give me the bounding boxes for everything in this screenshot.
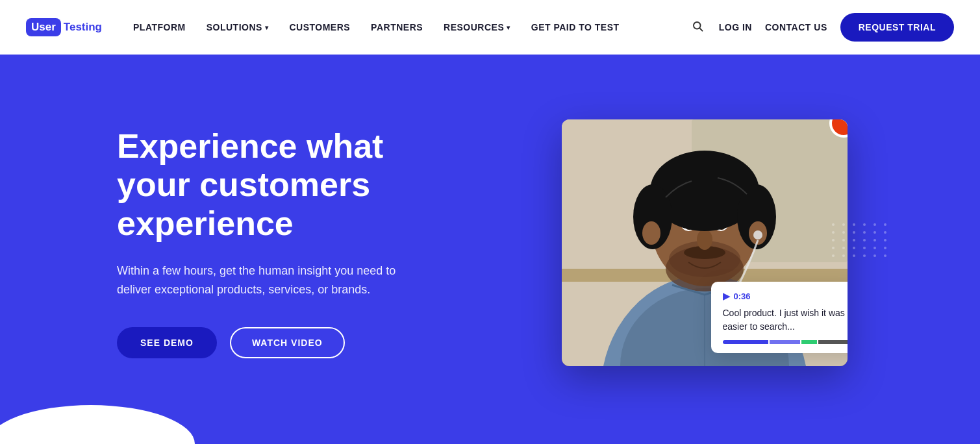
nav-link-get-paid[interactable]: GET PAID TO TEST [531,22,620,32]
hero-subtitle: Within a few hours, get the human insigh… [117,262,403,299]
feedback-text: Cool product. I just wish it was easier … [723,306,848,334]
chevron-down-icon: ▾ [265,24,269,31]
svg-point-20 [642,221,660,245]
login-link[interactable]: LOG IN [719,22,752,32]
hero-image-area: ▶ 0:36 Cool product. I just wish it was … [481,119,928,366]
watch-video-button[interactable]: WATCH VIDEO [230,327,345,358]
chevron-down-icon-resources: ▾ [507,24,510,31]
hero-title: Experience what your customers experienc… [117,127,455,243]
bar-segment-3 [801,340,817,344]
svg-point-12 [697,229,712,250]
navbar: User Testing PLATFORM SOLUTIONS ▾ CUSTOM… [0,0,980,55]
see-demo-button[interactable]: SEE DEMO [117,327,217,358]
feedback-progress-bar [723,340,848,344]
logo-testing-text: Testing [64,21,102,34]
nav-link-customers[interactable]: CUSTOMERS [289,22,350,32]
bar-segment-1 [723,340,769,344]
search-button[interactable] [689,18,706,38]
hero-video-card[interactable]: ▶ 0:36 Cool product. I just wish it was … [562,119,848,366]
svg-line-1 [699,28,702,31]
nav-item-platform[interactable]: PLATFORM [133,22,186,32]
hero-buttons: SEE DEMO WATCH VIDEO [117,327,455,358]
hero-section: Experience what your customers experienc… [0,55,980,444]
svg-point-22 [753,230,762,240]
video-icon: ▶ [723,291,730,301]
feedback-popup: ▶ 0:36 Cool product. I just wish it was … [711,282,848,353]
nav-link-platform[interactable]: PLATFORM [133,22,186,32]
contact-link[interactable]: CONTACT US [765,22,827,32]
nav-item-customers[interactable]: CUSTOMERS [289,22,350,32]
nav-item-partners[interactable]: PARTNERS [371,22,423,32]
nav-item-solutions[interactable]: SOLUTIONS ▾ [207,22,269,32]
dots-decoration [832,223,889,257]
search-icon [692,20,703,32]
nav-item-resources[interactable]: RESOURCES ▾ [444,22,510,32]
request-trial-button[interactable]: REQUEST TRIAL [840,13,954,42]
feedback-timestamp: ▶ 0:36 [723,291,848,301]
logo[interactable]: User Testing [26,18,102,36]
bar-segment-2 [770,340,800,344]
nav-link-solutions[interactable]: SOLUTIONS ▾ [207,22,269,32]
nav-item-get-paid[interactable]: GET PAID TO TEST [531,22,620,32]
nav-links: PLATFORM SOLUTIONS ▾ CUSTOMERS PARTNERS … [133,22,689,32]
nav-link-resources[interactable]: RESOURCES ▾ [444,22,510,32]
nav-right: LOG IN CONTACT US REQUEST TRIAL [689,13,954,42]
logo-user-text: User [31,21,56,34]
hero-content: Experience what your customers experienc… [117,127,455,359]
bar-segment-4 [818,340,848,344]
nav-link-partners[interactable]: PARTNERS [371,22,423,32]
